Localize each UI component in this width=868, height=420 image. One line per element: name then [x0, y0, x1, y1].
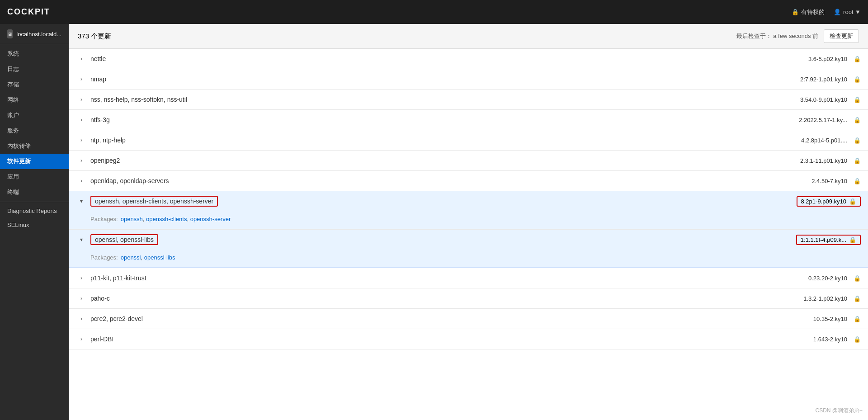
topbar: COCKPIT 🔒 有特权的 👤 root ▼	[0, 0, 868, 24]
package-name: nettle	[87, 55, 761, 62]
package-row: ›ntfs-3g2:2022.5.17-1.ky...🔒	[69, 110, 868, 130]
package-name: nmap	[87, 76, 761, 83]
package-main-row: ›paho-c1.3.2-1.p02.ky10🔒	[69, 288, 868, 308]
version-area: 1.3.2-1.p02.ky10🔒	[761, 295, 861, 302]
package-main-row: ›nmap2:7.92-1.p01.ky10🔒	[69, 69, 868, 89]
package-version: 3.6-5.p02.ky10	[808, 56, 847, 62]
package-main-row: ›pcre2, pcre2-devel10.35-2.ky10🔒	[69, 309, 868, 329]
expand-button[interactable]: ›	[76, 114, 87, 125]
lock-icon: 🔒	[792, 9, 799, 15]
user-menu[interactable]: 👤 root ▼	[834, 9, 861, 15]
lock-icon: 🔒	[854, 295, 861, 302]
sidebar-item-storage[interactable]: 存储	[0, 77, 69, 92]
watermark: CSDN @啊酒弟弟~	[815, 407, 863, 415]
version-area: 2:2022.5.17-1.ky...🔒	[761, 117, 861, 123]
expand-button[interactable]: ›	[76, 74, 87, 85]
sidebar-item-system[interactable]: 系统	[0, 46, 69, 61]
version-area: 8.2p1-9.p09.ky10🔒	[761, 196, 861, 207]
lock-icon: 🔒	[854, 178, 861, 184]
package-version: 4.2.8p14-5.p01....	[801, 137, 847, 144]
expand-button[interactable]: ›	[76, 175, 87, 186]
package-name: pcre2, pcre2-devel	[87, 315, 761, 322]
package-main-row: ›ntfs-3g2:2022.5.17-1.ky...🔒	[69, 110, 868, 130]
sidebar-item-software[interactable]: 软件更新	[0, 154, 69, 169]
main-layout: 🖥 localhost.locald... 系统 日志 存储 网络 账户 服务 …	[0, 24, 868, 420]
package-name: perl-DBI	[87, 335, 761, 343]
package-name: openssh, openssh-clients, openssh-server	[87, 196, 761, 207]
sidebar-item-terminal[interactable]: 终端	[0, 184, 69, 200]
lock-icon: 🔒	[854, 117, 861, 123]
expand-button[interactable]: ›	[76, 334, 87, 344]
version-area: 2.4.50-7.ky10🔒	[761, 178, 861, 184]
package-name: nss, nss-help, nss-softokn, nss-util	[87, 96, 761, 103]
expand-button[interactable]: ›	[76, 155, 87, 166]
lock-icon: 🔒	[854, 76, 861, 83]
sidebar-item-network[interactable]: 网络	[0, 92, 69, 108]
package-version: 1:1.1.1f-4.p09.k...	[801, 236, 846, 243]
lock-icon: 🔒	[854, 336, 861, 343]
package-link[interactable]: openssh	[121, 216, 143, 222]
sidebar-item-accounts[interactable]: 账户	[0, 108, 69, 123]
content-area: 373 个更新 最后检查于： a few seconds 前 检查更新 ›net…	[69, 24, 868, 420]
package-link[interactable]: openssl-libs	[144, 254, 175, 261]
expand-button[interactable]: ›	[76, 135, 87, 146]
package-version: 0.23.20-2.ky10	[808, 275, 847, 282]
user-icon: 👤	[834, 9, 841, 15]
package-row: ›perl-DBI1.643-2.ky10🔒	[69, 329, 868, 349]
package-detail-row: Packages:openssl, openssl-libs	[69, 250, 868, 268]
version-area: 2.3.1-11.p01.ky10🔒	[761, 157, 861, 164]
version-area: 1:1.1.1f-4.p09.k...🔒	[761, 235, 861, 245]
package-name: openjpeg2	[87, 157, 761, 164]
package-version: 3.54.0-9.p01.ky10	[800, 96, 847, 103]
package-name: ntfs-3g	[87, 116, 761, 123]
lock-icon: 🔒	[849, 236, 856, 243]
sidebar-host[interactable]: 🖥 localhost.locald...	[0, 24, 69, 44]
expand-button[interactable]: ▾	[76, 196, 87, 207]
sidebar-item-services[interactable]: 服务	[0, 123, 69, 138]
expand-button[interactable]: ▾	[76, 234, 87, 245]
package-detail-row: Packages:openssh, openssh-clients, opens…	[69, 211, 868, 229]
privilege-indicator: 🔒 有特权的	[792, 8, 825, 16]
expand-button[interactable]: ›	[76, 273, 87, 283]
last-check-label: 最后检查于： a few seconds 前	[736, 32, 818, 40]
sidebar-nav: 系统 日志 存储 网络 账户 服务 内核转储 软件更新 应用 终端 Diagno…	[0, 44, 69, 234]
sidebar-item-kernel[interactable]: 内核转储	[0, 138, 69, 154]
version-area: 4.2.8p14-5.p01....🔒	[761, 137, 861, 144]
package-main-row: ›p11-kit, p11-kit-trust0.23.20-2.ky10🔒	[69, 268, 868, 288]
lock-icon: 🔒	[854, 137, 861, 144]
expand-button[interactable]: ›	[76, 53, 87, 64]
packages-label: Packages:	[90, 216, 118, 222]
user-label: root ▼	[843, 9, 861, 15]
package-link[interactable]: openssl	[121, 254, 141, 261]
packages-label: Packages:	[90, 254, 118, 261]
package-name: ntp, ntp-help	[87, 137, 761, 144]
package-name: openldap, openldap-servers	[87, 177, 761, 184]
lock-icon: 🔒	[854, 275, 861, 282]
header-right: 最后检查于： a few seconds 前 检查更新	[736, 29, 859, 43]
package-version: 2:2022.5.17-1.ky...	[799, 117, 847, 123]
host-icon: 🖥	[7, 29, 13, 38]
package-version: 1.643-2.ky10	[813, 336, 847, 343]
expand-button[interactable]: ›	[76, 313, 87, 324]
check-update-button[interactable]: 检查更新	[824, 29, 859, 43]
package-row: ›paho-c1.3.2-1.p02.ky10🔒	[69, 288, 868, 309]
package-link[interactable]: openssh-clients	[146, 216, 187, 222]
version-area: 3.6-5.p02.ky10🔒	[761, 56, 861, 62]
package-version: 2.3.1-11.p01.ky10	[800, 157, 847, 164]
sidebar-item-apps[interactable]: 应用	[0, 169, 69, 184]
package-version: 1.3.2-1.p02.ky10	[803, 295, 847, 302]
package-name: openssl, openssl-libs	[87, 234, 761, 245]
expand-button[interactable]: ›	[76, 293, 87, 304]
version-area: 0.23.20-2.ky10🔒	[761, 275, 861, 282]
version-area: 10.35-2.ky10🔒	[761, 316, 861, 322]
version-area: 3.54.0-9.p01.ky10🔒	[761, 96, 861, 103]
sidebar-item-diagnostic[interactable]: Diagnostic Reports	[0, 204, 69, 218]
sidebar-item-logs[interactable]: 日志	[0, 61, 69, 77]
expand-button[interactable]: ›	[76, 94, 87, 105]
update-count: 373 个更新	[78, 32, 111, 41]
package-link[interactable]: openssh-server	[190, 216, 231, 222]
lock-icon: 🔒	[854, 316, 861, 322]
package-row: ›nmap2:7.92-1.p01.ky10🔒	[69, 69, 868, 90]
package-main-row: ›openldap, openldap-servers2.4.50-7.ky10…	[69, 171, 868, 191]
sidebar-item-selinux[interactable]: SELinux	[0, 218, 69, 232]
